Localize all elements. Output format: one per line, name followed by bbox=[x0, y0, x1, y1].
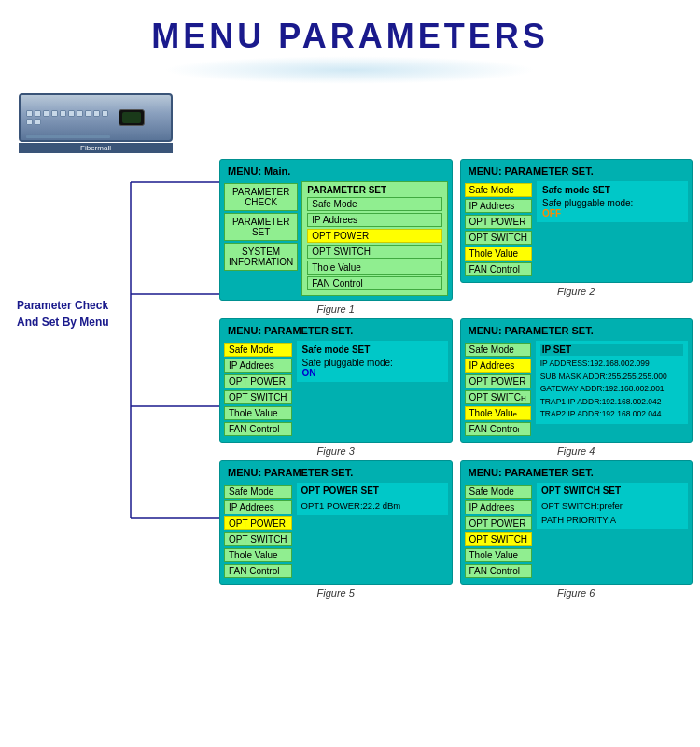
figure-2-title: MENU: PARAMETER SET. bbox=[465, 163, 689, 178]
figure-6-title: MENU: PARAMETER SET. bbox=[465, 465, 689, 480]
f5-opt-power[interactable]: OPT POWER bbox=[224, 516, 292, 530]
f2-set-content: Safe pluggable mode:OFF bbox=[542, 198, 682, 218]
figures-area: MENU: Main. PARAMETERCHECK PARAMETERSET … bbox=[219, 159, 693, 599]
f6-opt-power[interactable]: OPT POWER bbox=[465, 516, 533, 530]
f3-ip-addrees[interactable]: IP Addrees bbox=[224, 359, 292, 373]
page-title: MENU PARAMETERS bbox=[0, 0, 700, 63]
f2-safe-mode[interactable]: Safe Mode bbox=[465, 183, 533, 197]
f6-opt-switch-box: OPT SWITCH SET OPT SWITCH:prefer PATH PR… bbox=[537, 483, 688, 529]
f6-switch-line-2: PATH PRIORITY:A bbox=[541, 513, 683, 527]
f6-switch-lines: OPT SWITCH:prefer PATH PRIORITY:A bbox=[541, 499, 683, 527]
f5-thole-value[interactable]: Thole Value bbox=[224, 548, 292, 562]
f5-opt-title: OPT POWER SET bbox=[301, 486, 443, 496]
f3-thole-value[interactable]: Thole Value bbox=[224, 406, 292, 420]
f4-thole-value[interactable]: Thole Value bbox=[465, 406, 531, 420]
figure-5-title: MENU: PARAMETER SET. bbox=[224, 465, 448, 480]
figure-1-container: MENU: Main. PARAMETERCHECK PARAMETERSET … bbox=[219, 159, 453, 315]
f5-opt-lines: OPT1 POWER:22.2 dBm bbox=[301, 499, 443, 513]
figure-5-label: Figure 5 bbox=[219, 587, 453, 599]
figure-4-container: MENU: PARAMETER SET. Safe Mode IP Addree… bbox=[460, 318, 693, 457]
f5-ip-addrees[interactable]: IP Addrees bbox=[224, 500, 292, 514]
f4-ip-set-box: IP SET IP ADDRESS:192.168.002.099 SUB MA… bbox=[536, 341, 688, 424]
f3-on-value: ON bbox=[302, 368, 316, 378]
param-check-item[interactable]: PARAMETERCHECK bbox=[224, 183, 298, 211]
f4-opt-power[interactable]: OPT POWER bbox=[465, 374, 531, 388]
f4-safe-mode[interactable]: Safe Mode bbox=[465, 343, 531, 357]
param-check-label: Parameter Check And Set By Menu bbox=[17, 297, 109, 331]
f4-ip-title: IP SET bbox=[540, 344, 683, 356]
f6-safe-mode[interactable]: Safe Mode bbox=[465, 485, 533, 499]
sub-opt-switch[interactable]: OPT SWITCH bbox=[307, 245, 441, 259]
f5-opt-line-1: OPT1 POWER:22.2 dBm bbox=[301, 499, 443, 513]
sub-thole-value[interactable]: Thole Value bbox=[307, 261, 441, 275]
f4-ip-line-2: SUB MASK ADDR:255.255.255.000 bbox=[540, 371, 683, 384]
sub-safe-mode[interactable]: Safe Mode bbox=[307, 197, 441, 211]
figure-3-container: MENU: PARAMETER SET. Safe Mode IP Addree… bbox=[219, 318, 453, 457]
f5-safe-mode[interactable]: Safe Mode bbox=[224, 485, 292, 499]
f5-opt-switch[interactable]: OPT SWITCH bbox=[224, 532, 292, 546]
figure-3-title: MENU: PARAMETER SET. bbox=[224, 323, 448, 338]
connection-lines bbox=[103, 173, 224, 528]
f4-ip-line-3: GATEWAY ADDR:192.168.002.001 bbox=[540, 383, 683, 396]
figure-5-container: MENU: PARAMETER SET. Safe Mode IP Addree… bbox=[219, 460, 453, 599]
f4-ip-addrees[interactable]: IP Addrees bbox=[465, 359, 531, 373]
f3-safe-mode[interactable]: Safe Mode bbox=[224, 343, 292, 357]
f2-thole-value[interactable]: Thole Value bbox=[465, 247, 533, 261]
f2-fan-control[interactable]: FAN Control bbox=[465, 262, 533, 276]
f2-set-box: Safe mode SET Safe pluggable mode:OFF bbox=[537, 181, 688, 222]
f4-ip-lines: IP ADDRESS:192.168.002.099 SUB MASK ADDR… bbox=[540, 358, 683, 421]
figure-4-box: MENU: PARAMETER SET. Safe Mode IP Addree… bbox=[460, 318, 693, 443]
figure-6-container: MENU: PARAMETER SET. Safe Mode IP Addree… bbox=[460, 460, 693, 599]
figure-3-label: Figure 3 bbox=[219, 445, 453, 457]
param-set-item-main[interactable]: PARAMETERSET bbox=[224, 213, 298, 241]
f3-set-content: Safe pluggable mode:ON bbox=[302, 358, 442, 378]
f2-opt-power[interactable]: OPT POWER bbox=[465, 215, 533, 229]
figure-6-label: Figure 6 bbox=[460, 587, 693, 599]
f4-opt-switch[interactable]: OPT SWITCH bbox=[465, 390, 531, 404]
sub-opt-power[interactable]: OPT POWER bbox=[307, 229, 441, 243]
figure-6-box: MENU: PARAMETER SET. Safe Mode IP Addree… bbox=[460, 460, 693, 585]
figure-2-box: MENU: PARAMETER SET. Safe Mode IP Addree… bbox=[460, 159, 693, 283]
f4-ip-line-1: IP ADDRESS:192.168.002.099 bbox=[540, 358, 683, 371]
figure-2-container: MENU: PARAMETER SET. Safe Mode IP Addree… bbox=[460, 159, 693, 315]
f6-thole-value[interactable]: Thole Value bbox=[465, 548, 533, 562]
f2-set-title: Safe mode SET bbox=[542, 185, 682, 195]
sub-fan-control[interactable]: FAN Control bbox=[307, 276, 441, 290]
figure-5-box: MENU: PARAMETER SET. Safe Mode IP Addree… bbox=[219, 460, 453, 585]
f5-opt-power-box: OPT POWER SET OPT1 POWER:22.2 dBm bbox=[297, 483, 448, 515]
device-section: Fibermall bbox=[19, 93, 196, 153]
f6-ip-addrees[interactable]: IP Addrees bbox=[465, 500, 533, 514]
figure-2-label: Figure 2 bbox=[460, 286, 693, 297]
device-brand: Fibermall bbox=[19, 143, 173, 153]
f2-opt-switch[interactable]: OPT SWITCH bbox=[465, 231, 533, 245]
figure-1-label: Figure 1 bbox=[219, 303, 453, 315]
f6-switch-title: OPT SWITCH SET bbox=[541, 486, 683, 496]
f6-opt-switch[interactable]: OPT SWITCH bbox=[465, 532, 533, 546]
param-set-sub-title: PARAMETER SET bbox=[307, 185, 441, 195]
f4-fan-control[interactable]: FAN Control bbox=[465, 422, 531, 436]
f6-fan-control[interactable]: FAN Control bbox=[465, 564, 533, 578]
f2-off-value: OFF bbox=[542, 208, 561, 218]
figure-1-box: MENU: Main. PARAMETERCHECK PARAMETERSET … bbox=[219, 159, 453, 301]
f3-set-title: Safe mode SET bbox=[302, 345, 442, 355]
f3-fan-control[interactable]: FAN Control bbox=[224, 422, 292, 436]
figure-4-label: Figure 4 bbox=[460, 445, 693, 457]
param-set-submenu: PARAMETER SET Safe Mode IP Addrees OPT P… bbox=[301, 181, 447, 296]
figure-4-title: MENU: PARAMETER SET. bbox=[465, 323, 689, 338]
system-info-item[interactable]: SYSTEMINFORMATION bbox=[224, 243, 298, 271]
device-screen bbox=[119, 109, 145, 126]
f2-ip-addrees[interactable]: IP Addrees bbox=[465, 199, 533, 213]
f5-fan-control[interactable]: FAN Control bbox=[224, 564, 292, 578]
figure-1-title: MENU: Main. bbox=[224, 163, 448, 178]
f3-opt-switch[interactable]: OPT SWITCH bbox=[224, 390, 292, 404]
f3-opt-power[interactable]: OPT POWER bbox=[224, 374, 292, 388]
device-image bbox=[19, 93, 173, 142]
sub-ip-addrees[interactable]: IP Addrees bbox=[307, 213, 441, 227]
f6-switch-line-1: OPT SWITCH:prefer bbox=[541, 499, 683, 513]
f3-set-box: Safe mode SET Safe pluggable mode:ON bbox=[297, 341, 448, 382]
f4-ip-line-4: TRAP1 IP ADDR:192.168.002.042 bbox=[540, 396, 683, 409]
f4-ip-line-5: TRAP2 IP ADDR:192.168.002.044 bbox=[540, 408, 683, 421]
figure-3-box: MENU: PARAMETER SET. Safe Mode IP Addree… bbox=[219, 318, 453, 443]
